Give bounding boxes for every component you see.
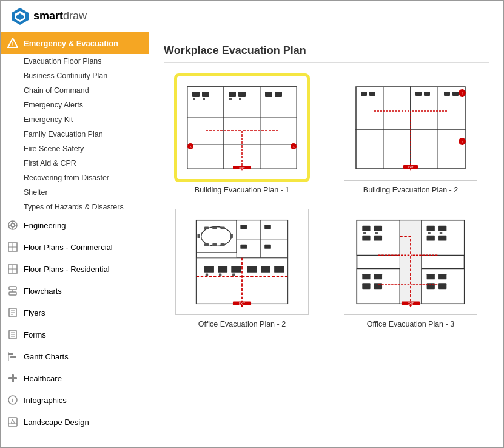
template-card-office-3[interactable]: EXIT Office Evacuation Plan - 3 — [332, 209, 489, 328]
svg-rect-134 — [428, 232, 430, 234]
sidebar-item-gantt[interactable]: Gantt Charts — [1, 345, 149, 367]
svg-rect-114 — [232, 274, 235, 276]
svg-rect-18 — [9, 292, 16, 295]
sidebar-item-engineering-label: Engineering — [24, 221, 66, 230]
sidebar-item-flyers-label: Flyers — [24, 308, 45, 317]
content-area: Workplace Evacuation Plan — [149, 32, 503, 447]
sidebar-item-landscape[interactable]: Landscape Design — [1, 411, 149, 433]
sidebar-item-floor-commercial-label: Floor Plans - Commercial — [24, 243, 113, 252]
svg-rect-17 — [9, 287, 16, 290]
svg-text:EXIT: EXIT — [408, 166, 414, 169]
svg-rect-78 — [452, 92, 459, 96]
svg-rect-127 — [374, 236, 382, 241]
svg-rect-104 — [264, 245, 271, 249]
svg-rect-97 — [237, 220, 261, 239]
svg-rect-135 — [440, 232, 442, 234]
svg-rect-53 — [275, 92, 282, 97]
subitem-family-evacuation[interactable]: Family Evacuation Plan — [9, 127, 149, 141]
template-card-building-1[interactable]: EXIT ⚠ ⚠ Building Evacuation Plan - 1 — [164, 75, 320, 194]
svg-rect-131 — [438, 226, 446, 231]
sidebar-item-floor-residential[interactable]: Floor Plans - Residential — [1, 258, 149, 280]
header: smartdraw — [1, 1, 503, 32]
svg-rect-108 — [231, 266, 241, 273]
svg-rect-77 — [444, 92, 450, 96]
svg-text:EXIT: EXIT — [240, 166, 245, 169]
info-icon: i — [7, 394, 19, 406]
svg-rect-125 — [374, 226, 382, 231]
sidebar-item-emergency[interactable]: ! Emergency & Evacuation — [1, 32, 149, 54]
svg-rect-140 — [427, 274, 435, 279]
subitem-chain-of-command[interactable]: Chain of Command — [9, 83, 149, 98]
svg-rect-48 — [192, 92, 200, 97]
subitem-first-aid-cpr[interactable]: First Aid & CPR — [9, 156, 149, 171]
svg-rect-39 — [187, 87, 224, 117]
template-card-building-2[interactable]: EXIT ! ! Building Evacuation Plan - 2 — [332, 75, 489, 194]
sidebar-item-flyers[interactable]: Flyers — [1, 302, 149, 324]
svg-rect-40 — [224, 87, 260, 117]
template-thumb-office-2[interactable]: EXIT — [175, 209, 309, 315]
sidebar-item-healthcare[interactable]: Healthcare — [1, 367, 149, 389]
sidebar-item-forms[interactable]: Forms — [1, 324, 149, 345]
svg-text:i: i — [12, 397, 14, 404]
subitem-emergency-kit[interactable]: Emergency Kit — [9, 112, 149, 127]
svg-marker-37 — [11, 419, 15, 423]
sidebar-item-infographics[interactable]: i Infographics — [1, 389, 149, 411]
svg-rect-29 — [10, 356, 16, 358]
svg-rect-141 — [438, 274, 446, 279]
svg-rect-126 — [362, 236, 370, 241]
sidebar-item-floor-commercial[interactable]: Floor Plans - Commercial — [1, 236, 149, 258]
svg-rect-55 — [203, 98, 205, 100]
svg-text:EXIT: EXIT — [239, 302, 245, 305]
svg-point-6 — [11, 223, 15, 227]
subitem-emergency-alerts[interactable]: Emergency Alerts — [9, 98, 149, 112]
subitem-recovering-disaster[interactable]: Recovering from Disaster — [9, 171, 149, 185]
svg-rect-54 — [193, 98, 195, 100]
svg-rect-89 — [204, 226, 209, 229]
subitem-types-hazards[interactable]: Types of Hazards & Disasters — [9, 200, 149, 214]
sidebar-item-flowcharts[interactable]: Flowcharts — [1, 280, 149, 302]
subitem-business-continuity[interactable]: Business Continuity Plan — [9, 69, 149, 83]
office-3-floorplan: EXIT — [350, 215, 471, 309]
landscape-icon — [7, 416, 19, 428]
template-label-building-1: Building Evacuation Plan - 1 — [195, 186, 289, 194]
sidebar: ! Emergency & Evacuation Evacuation Floo… — [1, 32, 149, 447]
svg-rect-57 — [239, 98, 241, 100]
svg-rect-41 — [260, 87, 297, 117]
svg-rect-102 — [264, 225, 271, 229]
smartdraw-logo-icon — [10, 7, 30, 26]
template-thumb-building-1[interactable]: EXIT ⚠ ⚠ — [175, 75, 309, 181]
svg-rect-49 — [202, 92, 209, 97]
svg-rect-143 — [438, 283, 446, 289]
app-window: smartdraw ! Emergency & Evacuation Evacu… — [0, 0, 504, 448]
flowchart-icon — [7, 285, 19, 297]
sidebar-item-forms-label: Forms — [24, 330, 46, 339]
subitem-shelter[interactable]: Shelter — [9, 185, 149, 200]
engineering-icon — [7, 219, 19, 231]
svg-rect-132 — [427, 236, 435, 241]
sidebar-item-landscape-label: Landscape Design — [24, 418, 89, 427]
svg-rect-99 — [237, 239, 261, 258]
svg-rect-113 — [219, 274, 221, 276]
svg-rect-94 — [221, 243, 225, 246]
sidebar-item-engineering[interactable]: Engineering — [1, 214, 149, 236]
svg-rect-73 — [361, 92, 367, 96]
content-title: Workplace Evacuation Plan — [164, 44, 489, 63]
building-2-floorplan: EXIT ! ! — [350, 81, 471, 175]
floor-commercial-icon — [7, 241, 19, 253]
svg-rect-56 — [229, 98, 232, 100]
template-label-office-2: Office Evacuation Plan - 2 — [198, 320, 286, 328]
svg-rect-109 — [247, 266, 257, 273]
template-grid: EXIT ⚠ ⚠ Building Evacuation Plan - 1 — [164, 75, 489, 328]
svg-rect-103 — [240, 245, 247, 249]
template-thumb-office-3[interactable]: EXIT — [344, 209, 477, 315]
svg-rect-28 — [8, 353, 13, 355]
template-card-office-2[interactable]: EXIT Office Evacuation Plan - 2 — [164, 209, 320, 328]
svg-rect-91 — [221, 226, 225, 229]
svg-rect-139 — [374, 283, 382, 289]
svg-rect-74 — [369, 92, 375, 96]
svg-rect-32 — [8, 377, 17, 379]
subitem-evacuation-floor-plans[interactable]: Evacuation Floor Plans — [9, 54, 149, 69]
template-thumb-building-2[interactable]: EXIT ! ! — [344, 75, 477, 181]
subitem-fire-scene-safety[interactable]: Fire Scene Safety — [9, 141, 149, 156]
building-1-floorplan: EXIT ⚠ ⚠ — [181, 81, 303, 175]
